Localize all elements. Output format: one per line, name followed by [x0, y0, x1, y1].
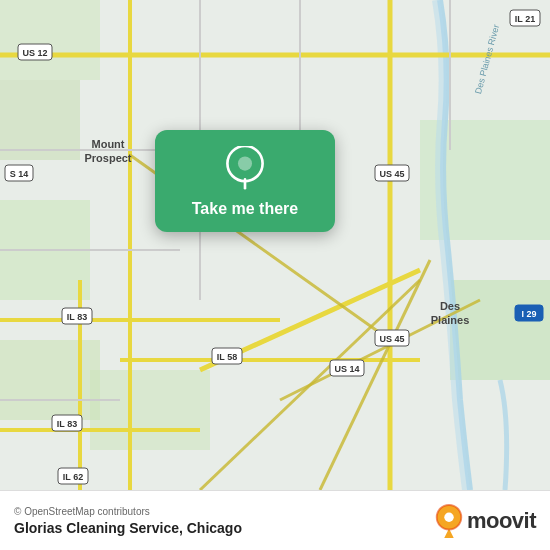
svg-text:IL 21: IL 21 [515, 14, 535, 24]
svg-text:Mount: Mount [92, 138, 125, 150]
place-name-label: Glorias Cleaning Service, Chicago [14, 520, 242, 536]
svg-point-54 [238, 157, 252, 171]
map-view: US 12 US 14 US 45 US 45 S 14 IL 21 IL 83… [0, 0, 550, 490]
svg-rect-2 [0, 80, 80, 160]
svg-text:S 14: S 14 [10, 169, 29, 179]
bottom-bar: © OpenStreetMap contributors Glorias Cle… [0, 490, 550, 550]
svg-text:IL 83: IL 83 [67, 312, 87, 322]
location-pin-icon [223, 146, 267, 190]
bottom-info: © OpenStreetMap contributors Glorias Cle… [14, 506, 242, 536]
svg-text:IL 83: IL 83 [57, 419, 77, 429]
svg-text:I 29: I 29 [521, 309, 536, 319]
svg-text:US 45: US 45 [379, 169, 404, 179]
moovit-brand-text: moovit [467, 508, 536, 534]
moovit-pin-icon [435, 504, 463, 538]
svg-rect-4 [0, 340, 100, 420]
svg-text:Des: Des [440, 300, 460, 312]
svg-text:Prospect: Prospect [84, 152, 131, 164]
svg-point-57 [444, 512, 453, 521]
svg-rect-7 [90, 370, 210, 450]
svg-text:Plaines: Plaines [431, 314, 470, 326]
osm-attribution: © OpenStreetMap contributors [14, 506, 242, 517]
svg-text:US 12: US 12 [22, 48, 47, 58]
take-me-there-button[interactable]: Take me there [192, 200, 298, 218]
moovit-logo: moovit [435, 504, 536, 538]
svg-rect-6 [450, 280, 550, 380]
svg-rect-1 [0, 0, 100, 80]
svg-text:US 45: US 45 [379, 334, 404, 344]
svg-text:IL 62: IL 62 [63, 472, 83, 482]
svg-text:IL 58: IL 58 [217, 352, 237, 362]
map-background: US 12 US 14 US 45 US 45 S 14 IL 21 IL 83… [0, 0, 550, 490]
svg-text:US 14: US 14 [334, 364, 359, 374]
navigation-card[interactable]: Take me there [155, 130, 335, 232]
